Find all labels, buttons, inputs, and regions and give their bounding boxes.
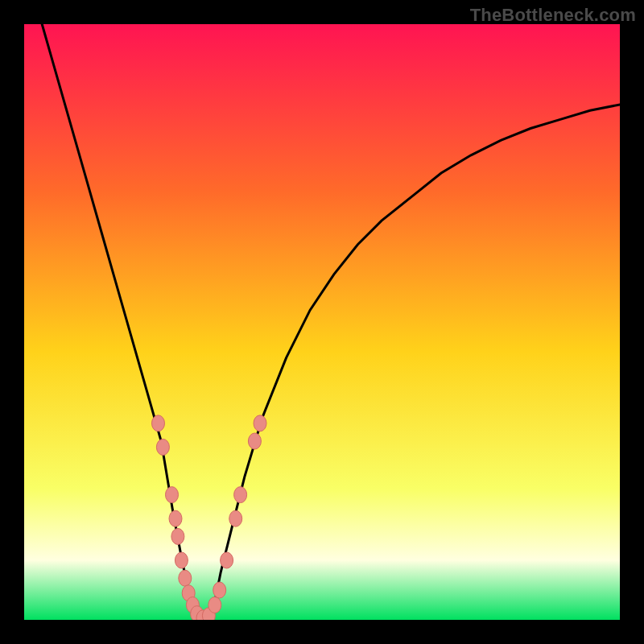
curve-marker	[171, 528, 184, 544]
plot-area	[24, 24, 620, 620]
curve-marker	[156, 439, 169, 455]
curve-marker	[221, 552, 233, 568]
curve-marker	[248, 433, 261, 449]
chart-frame: TheBottleneck.com	[0, 0, 644, 644]
curve-marker	[152, 415, 165, 431]
watermark-text: TheBottleneck.com	[470, 5, 636, 26]
curve-marker	[234, 487, 247, 503]
curve-marker	[213, 582, 226, 598]
curve-marker	[254, 415, 266, 431]
curve-marker	[229, 510, 242, 526]
gradient-background	[24, 24, 620, 620]
bottleneck-chart	[24, 24, 620, 620]
curve-marker	[169, 510, 182, 526]
curve-marker	[166, 487, 179, 503]
curve-marker	[175, 552, 188, 568]
curve-marker	[179, 570, 192, 586]
curve-marker	[208, 597, 221, 613]
